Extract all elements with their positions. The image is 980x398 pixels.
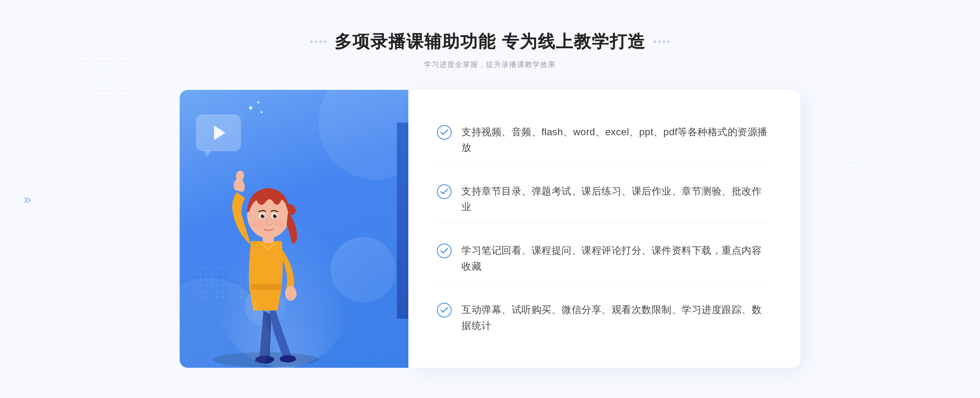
check-icon-3 [437,244,452,258]
svg-point-3 [285,286,296,301]
header-section: 多项录播课辅助功能 专为线上教学打造 学习进度全掌握，提升录播课教学效果 [310,30,670,69]
play-icon [214,125,225,140]
dots-decoration-top-left [80,49,129,98]
svg-rect-16 [251,284,282,290]
header-dots-left [310,40,326,43]
svg-point-14 [253,221,263,227]
feature-item-1: 支持视频、音频、flash、word、excel、ppt、pdf等各种格式的资源… [437,116,768,164]
check-icon-4 [437,303,452,318]
feature-item-4: 互动弹幕、试听购买、微信分享、观看次数限制、学习进度跟踪、数据统计 [437,294,768,342]
accent-bar [397,123,408,319]
svg-point-0 [212,352,318,367]
illustration-card [180,90,408,368]
svg-point-15 [274,221,283,227]
dots-decoration-right [841,155,874,188]
dot-2 [315,40,317,43]
feature-item-2: 支持章节目录、弹题考试、课后练习、课后作业、章节测验、批改作业 [437,175,768,224]
page-title: 多项录播课辅助功能 专为线上教学打造 [334,30,646,53]
header-dots-right [654,40,670,43]
page-wrapper: » 多项录播课辅助功能 专为线上教学打造 学习进度全掌握，提升录播课教学效果 [0,0,980,398]
content-area: 支持视频、音频、flash、word、excel、ppt、pdf等各种格式的资源… [180,90,800,368]
svg-point-13 [275,215,276,216]
sparkle-3 [261,111,263,113]
feature-text-1: 支持视频、音频、flash、word、excel、ppt、pdf等各种格式的资源… [461,124,768,156]
svg-point-19 [437,244,451,258]
svg-point-20 [437,303,451,317]
svg-point-2 [280,355,296,362]
svg-point-12 [263,215,264,216]
dot-1 [310,40,313,43]
feature-text-4: 互动弹幕、试听购买、微信分享、观看次数限制、学习进度跟踪、数据统计 [461,302,768,333]
feature-text-3: 学习笔记回看、课程提问、课程评论打分、课件资料下载，重点内容收藏 [461,243,768,274]
dot-5 [654,40,656,43]
dot-3 [319,40,322,43]
page-subtitle: 学习进度全掌握，提升录播课教学效果 [310,60,670,69]
features-card: 支持视频、音频、flash、word、excel、ppt、pdf等各种格式的资源… [408,90,800,368]
person-illustration [188,139,343,368]
dot-6 [658,40,661,43]
dot-7 [663,40,665,43]
chevron-left-decoration: » [24,192,31,207]
feature-item-3: 学习笔记回看、课程提问、课程评论打分、课件资料下载，重点内容收藏 [437,235,768,283]
check-icon-2 [437,184,452,199]
dot-4 [324,40,326,43]
sparkle-2 [257,101,259,103]
svg-point-18 [437,185,451,199]
dot-8 [667,40,670,43]
feature-text-2: 支持章节目录、弹题考试、课后练习、课后作业、章节测验、批改作业 [461,183,768,215]
header-decoration: 多项录播课辅助功能 专为线上教学打造 [310,30,670,53]
sparkle-1 [249,106,252,110]
svg-point-17 [437,125,451,139]
check-icon-1 [437,125,452,140]
